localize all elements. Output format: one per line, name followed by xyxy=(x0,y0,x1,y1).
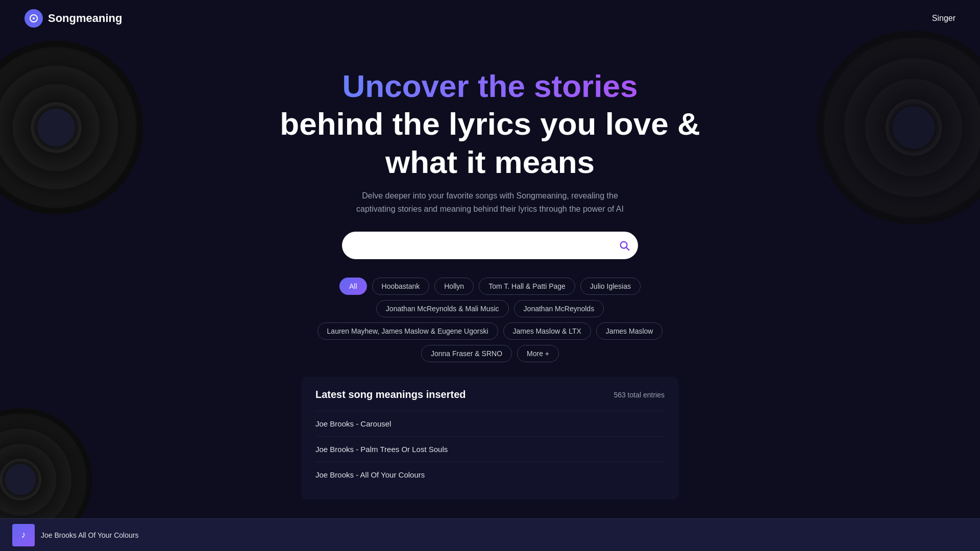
filter-tag[interactable]: Hoobastank xyxy=(372,278,430,295)
filter-tags-container: AllHoobastankHollynTom T. Hall & Patti P… xyxy=(301,278,679,362)
filter-tag[interactable]: Tom T. Hall & Patti Page xyxy=(479,278,575,295)
logo-icon xyxy=(24,9,43,28)
logo-text: Songmeaning xyxy=(48,12,122,25)
search-input[interactable] xyxy=(342,232,638,259)
filter-tag[interactable]: Jonathan McReynolds xyxy=(514,300,604,317)
song-row[interactable]: Joe Brooks - Carousel xyxy=(315,411,665,436)
main-content: Uncover the stories behind the lyrics yo… xyxy=(0,37,980,499)
svg-point-2 xyxy=(33,17,35,19)
player-track-info: ♪ Joe Brooks All Of Your Colours xyxy=(12,524,138,546)
singer-nav-link[interactable]: Singer xyxy=(932,14,955,23)
player-bar: ♪ Joe Brooks All Of Your Colours xyxy=(0,518,980,551)
svg-line-4 xyxy=(626,247,629,250)
filter-tag[interactable]: James Maslow xyxy=(596,322,663,340)
filter-tag[interactable]: Julio Iglesias xyxy=(580,278,641,295)
search-button[interactable] xyxy=(619,240,630,251)
search-icon xyxy=(619,240,630,251)
table-header: Latest song meanings inserted 563 total … xyxy=(315,389,665,400)
filter-tag[interactable]: All xyxy=(339,278,367,295)
logo[interactable]: Songmeaning xyxy=(24,9,122,28)
hero-title-gradient: Uncover the stories xyxy=(342,67,638,105)
filter-tag[interactable]: Lauren Mayhew, James Maslow & Eugene Ugo… xyxy=(317,322,498,340)
table-count: 563 total entries xyxy=(614,391,665,399)
filter-tag[interactable]: Jonathan McReynolds & Mali Music xyxy=(376,300,509,317)
hero-title-line2: behind the lyrics you love & xyxy=(280,105,700,143)
hero-subtitle: Delve deeper into your favorite songs wi… xyxy=(347,189,633,215)
songs-list: Joe Brooks - CarouselJoe Brooks - Palm T… xyxy=(315,411,665,487)
navbar: Songmeaning Singer xyxy=(0,0,980,37)
filter-tag[interactable]: Hollyn xyxy=(434,278,474,295)
player-track-text: Joe Brooks All Of Your Colours xyxy=(41,531,138,539)
filter-tag[interactable]: Jonna Fraser & SRNO xyxy=(421,345,512,362)
filter-tag[interactable]: James Maslow & LTX xyxy=(503,322,591,340)
player-music-icon: ♪ xyxy=(21,530,26,540)
song-row[interactable]: Joe Brooks - Palm Trees Or Lost Souls xyxy=(315,436,665,462)
player-thumbnail: ♪ xyxy=(12,524,35,546)
songs-table: Latest song meanings inserted 563 total … xyxy=(301,377,679,499)
song-row[interactable]: Joe Brooks - All Of Your Colours xyxy=(315,462,665,487)
table-title: Latest song meanings inserted xyxy=(315,389,466,400)
filter-tag[interactable]: More + xyxy=(517,345,559,362)
search-bar-container xyxy=(342,232,638,259)
hero-title-line3: what it means xyxy=(385,143,595,181)
